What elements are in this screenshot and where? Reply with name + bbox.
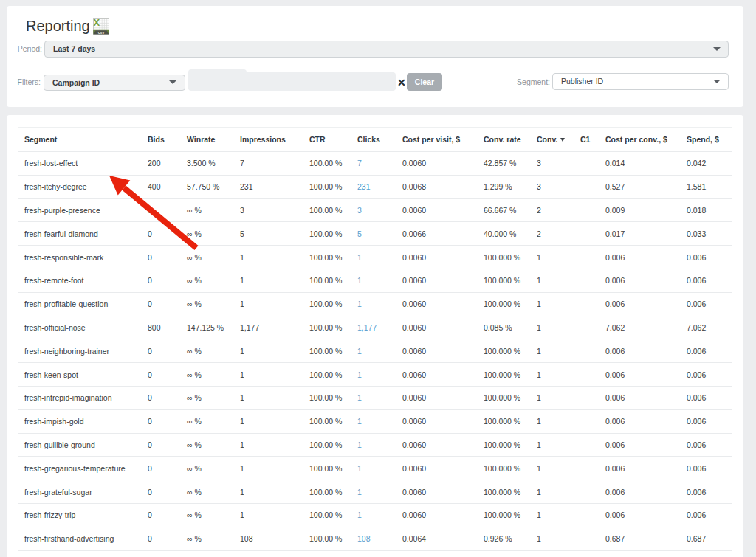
svg-text:csv: csv xyxy=(98,30,105,35)
svg-text:X: X xyxy=(94,18,100,28)
